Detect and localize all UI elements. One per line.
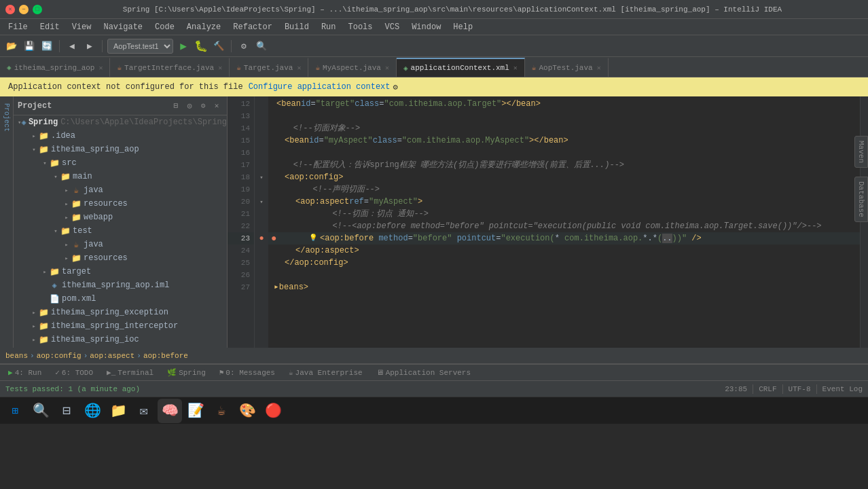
code-line-17[interactable]: <!--配置织入：告诉spring框架 哪些方法(切点)需要进行哪些增强(前置、… bbox=[268, 159, 860, 171]
tree-item-resources-test[interactable]: ▸ 📁 resources bbox=[14, 251, 227, 265]
code-line-16[interactable] bbox=[268, 147, 860, 159]
tab-close-icon[interactable]: ✕ bbox=[218, 64, 222, 72]
open-folder-button[interactable]: 📂 bbox=[4, 39, 19, 54]
taskbar-mail-button[interactable]: ✉ bbox=[132, 399, 156, 423]
run-button[interactable]: ▶ bbox=[176, 39, 191, 54]
settings-button[interactable]: ⚙ bbox=[236, 39, 251, 54]
tab-close-icon[interactable]: ✕ bbox=[513, 64, 518, 72]
menu-code[interactable]: Code bbox=[149, 21, 180, 33]
code-line-23[interactable]: ● 💡 <aop:before method="before" pointcut… bbox=[268, 232, 860, 244]
taskbar-intellij-button[interactable]: 🧠 bbox=[158, 399, 182, 423]
tree-item-main[interactable]: ▾ 📁 main bbox=[14, 170, 227, 183]
tab-run[interactable]: ▶ 4: Run bbox=[3, 365, 47, 380]
tree-item-java-main[interactable]: ▸ ☕ java bbox=[14, 183, 227, 197]
search-everywhere-button[interactable]: 🔍 bbox=[254, 39, 269, 54]
menu-view[interactable]: View bbox=[67, 21, 97, 33]
menu-analyze[interactable]: Analyze bbox=[181, 21, 226, 33]
tab-close-icon[interactable]: ✕ bbox=[297, 64, 301, 72]
tree-item-pom[interactable]: 📄 pom.xml bbox=[14, 292, 227, 306]
menu-vcs[interactable]: VCS bbox=[380, 21, 405, 33]
code-line-15[interactable]: <bean id="myAspect" class="com.itheima.a… bbox=[268, 134, 860, 147]
tab-close-icon[interactable]: ✕ bbox=[98, 64, 103, 72]
code-line-27[interactable]: ▸ beans> bbox=[268, 281, 860, 293]
tree-item-spring-root[interactable]: ▾ ◈ Spring C:\Users\Apple\IdeaProjects\S… bbox=[14, 115, 227, 129]
maven-side-tab[interactable]: Maven bbox=[854, 136, 868, 168]
tab-messages[interactable]: ⚑ 0: Messages bbox=[214, 365, 281, 380]
encoding[interactable]: UTF-8 bbox=[789, 385, 811, 393]
tree-item-java-test[interactable]: ▸ ☕ java bbox=[14, 238, 227, 251]
code-line-22[interactable]: <!--<aop:before method="before" pointcut… bbox=[268, 220, 860, 232]
cursor-position[interactable]: 23:85 bbox=[725, 385, 747, 393]
fold-icon[interactable]: ▾ bbox=[255, 171, 268, 183]
event-log-button[interactable]: Event Log bbox=[822, 385, 863, 393]
menu-window[interactable]: Window bbox=[406, 21, 446, 33]
menu-edit[interactable]: Edit bbox=[35, 21, 65, 33]
sync-button[interactable]: 🔄 bbox=[39, 39, 54, 54]
code-line-14[interactable]: <!--切面对象--> bbox=[268, 122, 860, 134]
tree-item-exception[interactable]: ▸ 📁 itheima_spring_exception bbox=[14, 306, 227, 319]
minimize-button[interactable]: − bbox=[19, 5, 29, 14]
menu-help[interactable]: Help bbox=[448, 21, 478, 33]
tab-applicationcontext[interactable]: ◈ applicationContext.xml ✕ bbox=[397, 58, 525, 77]
menu-file[interactable]: File bbox=[3, 21, 33, 33]
taskbar-java-button[interactable]: ☕ bbox=[209, 399, 234, 423]
hide-panel-button[interactable]: ✕ bbox=[211, 100, 223, 112]
maximize-button[interactable]: □ bbox=[33, 5, 42, 14]
taskbar-task-view-button[interactable]: ⊟ bbox=[54, 399, 79, 423]
tree-item-idea[interactable]: ▸ 📁 .idea bbox=[14, 129, 227, 143]
tree-item-iml[interactable]: ◈ itheima_spring_aop.iml bbox=[14, 278, 227, 292]
database-side-tab[interactable]: Database bbox=[854, 177, 868, 222]
code-line-21[interactable]: <!--切面：切点 通知--> bbox=[268, 208, 860, 220]
code-line-20[interactable]: <aop:aspect ref="myAspect" > bbox=[268, 196, 860, 208]
taskbar-start-button[interactable]: ⊞ bbox=[3, 399, 27, 423]
line-separator[interactable]: CRLF bbox=[759, 385, 776, 393]
lightbulb-icon[interactable]: 💡 bbox=[309, 232, 317, 244]
tab-close-icon[interactable]: ✕ bbox=[385, 64, 389, 72]
run-config-select[interactable]: AopTest.test1 bbox=[107, 39, 173, 54]
taskbar-search-button[interactable]: 🔍 bbox=[29, 399, 53, 423]
code-content[interactable]: <bean id="target" class="com.itheima.aop… bbox=[268, 96, 860, 348]
tree-item-itheima-aop[interactable]: ▾ 📁 itheima_spring_aop bbox=[14, 143, 227, 156]
back-button[interactable]: ◀ bbox=[65, 39, 79, 54]
tab-java-enterprise[interactable]: ☕ Java Enterprise bbox=[283, 365, 368, 380]
tab-myaspect[interactable]: ☕ MyAspect.java ✕ bbox=[308, 58, 396, 77]
gear-icon[interactable]: ⚙ bbox=[197, 100, 209, 112]
tab-target[interactable]: ☕ Target.java ✕ bbox=[230, 58, 308, 77]
fold-icon[interactable]: ▾ bbox=[255, 196, 268, 208]
menu-run[interactable]: Run bbox=[316, 21, 342, 33]
menu-build[interactable]: Build bbox=[279, 21, 314, 33]
tree-item-target[interactable]: ▸ 📁 target bbox=[14, 265, 227, 278]
tree-item-webapp[interactable]: ▸ 📁 webapp bbox=[14, 211, 227, 224]
taskbar-app4-button[interactable]: 🎨 bbox=[235, 399, 259, 423]
taskbar-edge-button[interactable]: 🌐 bbox=[80, 399, 105, 423]
code-line-19[interactable]: <!--声明切面--> bbox=[268, 183, 860, 196]
debug-marker-icon[interactable]: ● bbox=[255, 232, 268, 244]
forward-button[interactable]: ▶ bbox=[82, 39, 97, 54]
tree-item-src[interactable]: ▾ 📁 src bbox=[14, 156, 227, 170]
minimap-scrollbar[interactable] bbox=[860, 96, 868, 348]
taskbar-app2-button[interactable]: 📝 bbox=[183, 399, 208, 423]
debug-button[interactable]: 🐛 bbox=[194, 39, 209, 54]
code-line-13[interactable] bbox=[268, 110, 860, 122]
tab-close-icon[interactable]: ✕ bbox=[597, 64, 601, 72]
configure-settings-icon[interactable]: ⚙ bbox=[393, 82, 398, 92]
tab-application-servers[interactable]: 🖥 Application Servers bbox=[371, 365, 476, 380]
code-line-12[interactable]: <bean id="target" class="com.itheima.aop… bbox=[268, 98, 860, 110]
taskbar-app5-button[interactable]: 🔴 bbox=[261, 399, 285, 423]
tab-terminal[interactable]: ▶_ Terminal bbox=[101, 365, 159, 380]
code-line-18[interactable]: <aop:config> bbox=[268, 171, 860, 183]
tree-item-test[interactable]: ▾ 📁 test bbox=[14, 224, 227, 238]
code-line-26[interactable] bbox=[268, 269, 860, 281]
taskbar-explorer-button[interactable]: 📁 bbox=[106, 399, 130, 423]
side-tab-project[interactable]: Project bbox=[1, 99, 12, 136]
configure-context-link[interactable]: Configure application context bbox=[249, 82, 391, 92]
window-controls[interactable]: ✕ − □ bbox=[5, 5, 42, 14]
tree-item-resources-main[interactable]: ▸ 📁 resources bbox=[14, 197, 227, 211]
tab-target-interface[interactable]: ☕ TargetInterface.java ✕ bbox=[110, 58, 230, 77]
breakpoint-icon[interactable]: ● bbox=[271, 232, 276, 244]
build-button[interactable]: 🔨 bbox=[211, 39, 226, 54]
code-line-25[interactable]: </aop:config> bbox=[268, 257, 860, 269]
tab-todo[interactable]: ✓ 6: TODO bbox=[50, 365, 98, 380]
tab-itheima-spring-aop[interactable]: ◈ itheima_spring_aop ✕ bbox=[0, 58, 110, 77]
fold-arrow-icon[interactable]: ▸ bbox=[274, 281, 279, 293]
